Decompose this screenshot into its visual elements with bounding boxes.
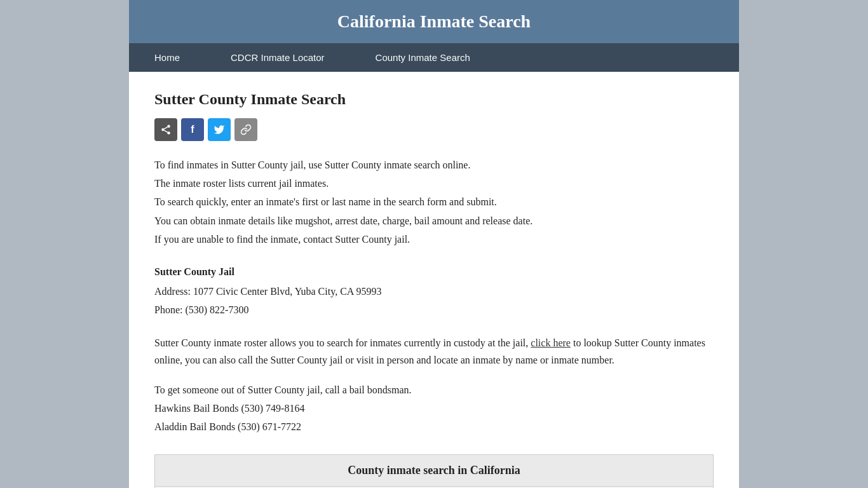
roster-paragraph: Sutter County inmate roster allows you t… xyxy=(154,334,714,369)
svg-line-3 xyxy=(164,130,167,132)
jail-info: Sutter County Jail Address: 1077 Civic C… xyxy=(154,263,714,319)
svg-point-2 xyxy=(167,132,170,135)
nav-item-cdcr[interactable]: CDCR Inmate Locator xyxy=(205,43,350,72)
county-section: County inmate search in California Alame… xyxy=(154,454,714,488)
svg-point-0 xyxy=(167,125,170,128)
click-here-link[interactable]: click here xyxy=(531,337,571,348)
roster-text-before: Sutter County inmate roster allows you t… xyxy=(154,337,531,348)
jail-address: Address: 1077 Civic Center Blvd, Yuba Ci… xyxy=(154,283,714,300)
nav-item-county[interactable]: County Inmate Search xyxy=(350,43,496,72)
share-button-twitter[interactable] xyxy=(208,118,231,141)
nav-item-home[interactable]: Home xyxy=(129,43,205,72)
site-header: California Inmate Search xyxy=(129,0,739,43)
main-nav: HomeCDCR Inmate LocatorCounty Inmate Sea… xyxy=(129,43,739,72)
jail-phone: Phone: (530) 822-7300 xyxy=(154,301,714,318)
intro-line: To find inmates in Sutter County jail, u… xyxy=(154,156,714,173)
main-content: Sutter County Inmate Search f xyxy=(129,72,739,488)
intro-line: You can obtain inmate details like mugsh… xyxy=(154,212,714,229)
share-button-link[interactable] xyxy=(234,118,257,141)
intro-line: The inmate roster lists current jail inm… xyxy=(154,175,714,192)
intro-text: To find inmates in Sutter County jail, u… xyxy=(154,156,714,248)
county-section-title: County inmate search in California xyxy=(155,455,713,487)
svg-line-4 xyxy=(164,127,167,129)
share-button-share[interactable] xyxy=(154,118,177,141)
site-title: California Inmate Search xyxy=(142,11,726,32)
intro-line: To search quickly, enter an inmate's fir… xyxy=(154,193,714,210)
bail-line: Hawkins Bail Bonds (530) 749-8164 xyxy=(154,400,714,417)
page-heading: Sutter County Inmate Search xyxy=(154,91,714,108)
jail-name: Sutter County Jail xyxy=(154,263,714,280)
bail-line: To get someone out of Sutter County jail… xyxy=(154,381,714,398)
share-buttons: f xyxy=(154,118,714,141)
svg-point-1 xyxy=(161,128,165,132)
share-button-facebook[interactable]: f xyxy=(181,118,204,141)
bail-section: To get someone out of Sutter County jail… xyxy=(154,381,714,436)
bail-line: Aladdin Bail Bonds (530) 671-7722 xyxy=(154,418,714,435)
intro-line: If you are unable to find the inmate, co… xyxy=(154,231,714,248)
